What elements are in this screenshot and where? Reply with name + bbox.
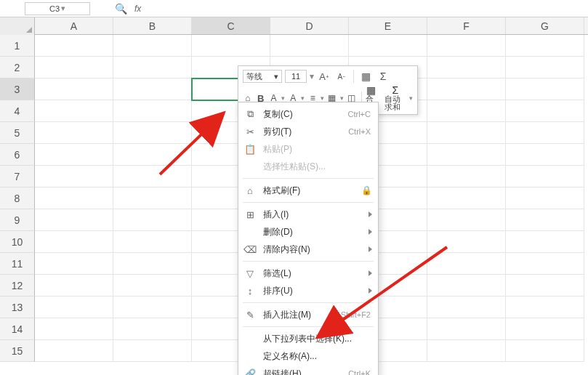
col-header-B[interactable]: B [113, 17, 192, 34]
cell[interactable] [506, 35, 584, 57]
menu-paste-special[interactable]: 选择性粘贴(S)... [238, 158, 378, 175]
menu-sort[interactable]: ↕ 排序(U) [238, 282, 378, 299]
cell[interactable] [506, 78, 584, 100]
cell[interactable] [427, 209, 506, 231]
cell[interactable] [113, 35, 192, 57]
row-header[interactable]: 5 [0, 122, 35, 144]
shrink-font-button[interactable]: A− [334, 69, 349, 84]
row-header[interactable]: 6 [0, 144, 35, 166]
row-header[interactable]: 8 [0, 188, 35, 209]
cell[interactable] [427, 78, 506, 100]
autosum-label[interactable]: 自动求和 [384, 95, 406, 111]
cell[interactable] [427, 253, 506, 275]
cell[interactable] [427, 297, 506, 318]
cell[interactable] [427, 231, 506, 253]
cell[interactable] [427, 166, 506, 188]
select-all-corner[interactable] [0, 17, 35, 35]
cell[interactable] [506, 340, 584, 362]
cell[interactable] [113, 57, 192, 78]
menu-clear[interactable]: ⌫ 清除内容(N) [238, 241, 378, 258]
font-size-select[interactable]: 11 [285, 70, 307, 83]
cell[interactable] [113, 144, 192, 166]
cell[interactable] [349, 35, 427, 57]
borders-icon[interactable]: ▦ [358, 69, 373, 84]
row-header[interactable]: 11 [0, 253, 35, 275]
row-header[interactable]: 7 [0, 166, 35, 188]
cell[interactable] [506, 122, 584, 144]
cell[interactable] [35, 57, 113, 78]
cell[interactable] [35, 253, 113, 275]
row-header[interactable]: 15 [0, 340, 35, 362]
cell[interactable] [113, 209, 192, 231]
row-header[interactable]: 1 [0, 35, 35, 57]
menu-delete[interactable]: 删除(D) [238, 223, 378, 241]
cell[interactable] [427, 122, 506, 144]
cell[interactable] [427, 340, 506, 362]
cell[interactable] [427, 318, 506, 340]
menu-define-name[interactable]: 定义名称(A)... [238, 347, 378, 365]
col-header-F[interactable]: F [427, 17, 506, 34]
col-header-D[interactable]: D [270, 17, 349, 34]
cell[interactable] [427, 100, 506, 122]
cell[interactable] [506, 318, 584, 340]
col-header-G[interactable]: G [506, 17, 584, 34]
cell[interactable] [270, 35, 349, 57]
cell[interactable] [35, 318, 113, 340]
cell[interactable] [35, 340, 113, 362]
cell[interactable] [113, 122, 192, 144]
cell[interactable] [113, 188, 192, 209]
col-header-E[interactable]: E [349, 17, 427, 34]
cell[interactable] [113, 78, 192, 100]
cell[interactable] [35, 209, 113, 231]
menu-format-painter[interactable]: ⌂ 格式刷(F) 🔒 [238, 182, 378, 199]
row-header[interactable]: 9 [0, 209, 35, 231]
menu-insert[interactable]: ⊞ 插入(I) [238, 206, 378, 223]
menu-cut[interactable]: ✂ 剪切(T) Ctrl+X [238, 123, 378, 140]
cell[interactable] [506, 188, 584, 209]
cell[interactable] [506, 231, 584, 253]
cell[interactable] [427, 275, 506, 297]
cell[interactable] [113, 253, 192, 275]
cell[interactable] [113, 231, 192, 253]
row-header[interactable]: 12 [0, 275, 35, 297]
cell[interactable] [427, 188, 506, 209]
menu-insert-comment[interactable]: ✎ 插入批注(M) Shift+F2 [238, 306, 378, 323]
cell[interactable] [35, 188, 113, 209]
cell[interactable] [506, 275, 584, 297]
cell[interactable] [427, 57, 506, 78]
menu-pick-from-dropdown[interactable]: 从下拉列表中选择(K)... [238, 330, 378, 347]
cell[interactable] [35, 166, 113, 188]
cell[interactable] [113, 166, 192, 188]
cell[interactable] [35, 231, 113, 253]
menu-filter[interactable]: ▽ 筛选(L) [238, 265, 378, 282]
menu-copy[interactable]: ⧉ 复制(C) Ctrl+C [238, 105, 378, 123]
cell[interactable] [506, 297, 584, 318]
col-header-A[interactable]: A [35, 17, 113, 34]
row-header[interactable]: 2 [0, 57, 35, 78]
cell[interactable] [35, 275, 113, 297]
cell[interactable] [506, 166, 584, 188]
menu-hyperlink[interactable]: 🔗 超链接(H)... Ctrl+K [238, 365, 378, 375]
row-header[interactable]: 3 [0, 78, 35, 100]
col-header-C[interactable]: C [192, 17, 270, 34]
cell[interactable] [113, 275, 192, 297]
cell[interactable] [192, 35, 270, 57]
cell[interactable] [506, 57, 584, 78]
cell[interactable] [506, 100, 584, 122]
cell[interactable] [506, 209, 584, 231]
menu-paste[interactable]: 📋 粘贴(P) [238, 140, 378, 158]
cell[interactable] [427, 144, 506, 166]
cell[interactable] [35, 144, 113, 166]
cell[interactable] [113, 318, 192, 340]
cell[interactable] [35, 122, 113, 144]
row-header[interactable]: 4 [0, 100, 35, 122]
fx-label[interactable]: fx [134, 4, 141, 14]
cell[interactable] [35, 78, 113, 100]
name-box[interactable]: C3 ▾ [25, 2, 90, 15]
row-header[interactable]: 14 [0, 318, 35, 340]
magnifier-icon[interactable]: 🔍 [115, 3, 127, 15]
font-name-select[interactable]: 等线 ▾ [243, 70, 282, 83]
autosum-icon[interactable]: Σ [376, 69, 390, 84]
cell[interactable] [113, 100, 192, 122]
cell[interactable] [113, 340, 192, 362]
